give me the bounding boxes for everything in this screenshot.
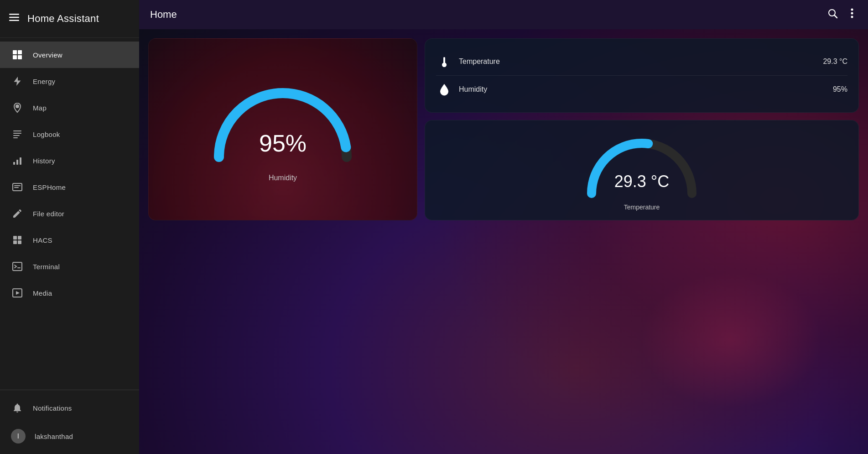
sidebar-item-label: History	[33, 157, 55, 165]
sidebar-item-label: Notifications	[33, 404, 72, 412]
svg-rect-9	[13, 133, 21, 134]
temperature-gauge-container: 29.3 °C	[582, 130, 701, 198]
sidebar-item-label: Logbook	[33, 130, 60, 138]
temperature-gauge-label: Temperature	[624, 204, 660, 211]
temperature-row: Temperature 29.3 °C	[436, 48, 847, 76]
svg-point-29	[851, 12, 853, 15]
sidebar-item-terminal[interactable]: Terminal	[0, 253, 139, 280]
svg-rect-12	[13, 162, 15, 165]
sidebar-item-notifications[interactable]: Notifications	[0, 394, 139, 422]
sidebar-item-label: Overview	[33, 51, 62, 59]
sidebar-item-energy[interactable]: Energy	[0, 68, 139, 94]
sidebar-item-hacs[interactable]: HACS	[0, 227, 139, 253]
svg-line-27	[835, 16, 837, 18]
map-icon	[11, 101, 24, 114]
main-body: Temperature 29.3 °C Humidity 95%	[139, 29, 868, 454]
sensor-card: Temperature 29.3 °C Humidity 95%	[425, 38, 859, 113]
svg-point-28	[851, 9, 853, 11]
main-content: Home	[139, 0, 868, 454]
esphome-icon	[11, 181, 24, 193]
sidebar-header: Home Assistant	[0, 0, 139, 38]
temperature-label: Temperature	[459, 57, 823, 66]
file-editor-icon	[11, 207, 24, 220]
sidebar-item-logbook[interactable]: Logbook	[0, 121, 139, 147]
humidity-label: Humidity	[459, 85, 833, 94]
media-icon	[11, 287, 24, 299]
sidebar-item-label: File editor	[33, 210, 64, 218]
cards-grid: Temperature 29.3 °C Humidity 95%	[139, 29, 868, 230]
svg-rect-11	[13, 137, 18, 138]
svg-rect-19	[18, 236, 21, 240]
svg-rect-2	[9, 20, 19, 21]
humidity-gauge-label: Humidity	[269, 174, 297, 182]
svg-marker-25	[16, 291, 20, 295]
humidity-icon	[436, 81, 452, 98]
app-title: Home Assistant	[27, 13, 99, 25]
sidebar-item-label: Map	[33, 104, 47, 112]
svg-rect-18	[13, 236, 17, 240]
hacs-icon	[11, 234, 24, 246]
sidebar-item-user[interactable]: l lakshanthad	[0, 422, 139, 450]
sidebar-item-overview[interactable]: Overview	[0, 42, 139, 68]
svg-rect-0	[9, 14, 19, 15]
svg-rect-4	[18, 50, 22, 54]
search-icon[interactable]	[823, 4, 842, 25]
temperature-value: 29.3 °C	[823, 57, 847, 66]
avatar: l	[11, 429, 26, 444]
humidity-row: Humidity 95%	[436, 76, 847, 103]
sidebar-item-map[interactable]: Map	[0, 94, 139, 121]
terminal-icon	[11, 260, 24, 273]
hamburger-icon[interactable]	[9, 12, 19, 25]
svg-rect-17	[14, 187, 19, 188]
history-icon	[11, 154, 24, 167]
sidebar-item-label: HACS	[33, 236, 52, 244]
overview-icon	[11, 48, 24, 61]
sidebar-bottom: Notifications l lakshanthad	[0, 390, 139, 454]
sidebar-nav: Overview Energy Map	[0, 38, 139, 390]
temperature-gauge-value: 29.3 °C	[614, 172, 669, 191]
svg-point-30	[851, 16, 853, 18]
svg-rect-20	[13, 240, 17, 244]
svg-rect-5	[13, 55, 17, 59]
svg-rect-16	[14, 185, 21, 186]
temperature-gauge-card: 29.3 °C Temperature	[425, 120, 859, 220]
humidity-gauge-container: 95%	[205, 77, 360, 168]
sidebar-item-file-editor[interactable]: File editor	[0, 200, 139, 227]
notifications-icon	[11, 402, 24, 414]
sidebar: Home Assistant Overview Energy	[0, 0, 139, 454]
sidebar-item-label: Terminal	[33, 263, 60, 271]
svg-rect-10	[13, 135, 20, 136]
svg-rect-21	[18, 240, 21, 244]
sidebar-item-esphome[interactable]: ESPHome	[0, 174, 139, 200]
page-title: Home	[150, 9, 818, 21]
svg-rect-8	[13, 130, 21, 131]
svg-point-31	[443, 64, 446, 67]
energy-icon	[11, 75, 24, 88]
user-name: lakshanthad	[35, 433, 73, 440]
logbook-icon	[11, 128, 24, 141]
humidity-gauge-value: 95%	[259, 130, 307, 157]
svg-rect-3	[13, 50, 17, 54]
sidebar-item-label: Energy	[33, 78, 55, 85]
svg-rect-13	[16, 160, 18, 165]
svg-rect-22	[13, 262, 22, 271]
svg-rect-14	[20, 157, 21, 165]
main-header: Home	[139, 0, 868, 29]
temperature-icon	[436, 53, 452, 70]
svg-rect-6	[18, 55, 22, 59]
humidity-value: 95%	[833, 85, 847, 94]
humidity-gauge-card: 95% Humidity	[148, 38, 417, 220]
sidebar-item-media[interactable]: Media	[0, 280, 139, 306]
more-menu-icon[interactable]	[847, 4, 857, 25]
svg-point-7	[16, 104, 19, 108]
sidebar-item-label: ESPHome	[33, 183, 66, 191]
sidebar-item-label: Media	[33, 289, 52, 297]
svg-rect-1	[9, 17, 19, 18]
sidebar-item-history[interactable]: History	[0, 147, 139, 174]
